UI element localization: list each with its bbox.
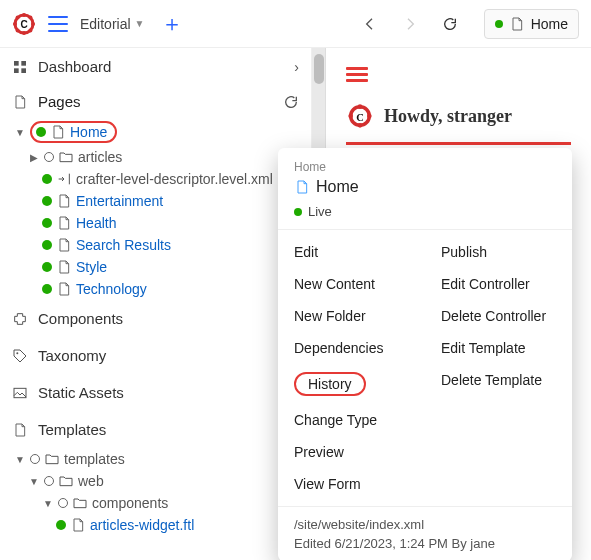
tree-node-label[interactable]: Style bbox=[76, 259, 107, 275]
ctx-dependencies[interactable]: Dependencies bbox=[278, 332, 425, 364]
collapse-icon[interactable]: ▼ bbox=[42, 498, 54, 509]
site-logo-icon: C bbox=[346, 102, 374, 130]
status-dot-icon bbox=[56, 520, 66, 530]
svg-rect-12 bbox=[14, 68, 19, 73]
tree-node-label: web bbox=[78, 473, 104, 489]
page-icon bbox=[509, 16, 525, 32]
pages-tree: ▼ Home ▶ articles crafter-level-descript… bbox=[0, 118, 311, 300]
ctx-delete-template[interactable]: Delete Template bbox=[425, 364, 572, 396]
tree-node-templates-root[interactable]: ▼ templates bbox=[0, 448, 311, 470]
page-icon bbox=[70, 517, 86, 533]
site-selector[interactable]: Editorial ▼ bbox=[80, 16, 145, 32]
create-button[interactable]: ＋ bbox=[157, 9, 187, 39]
svg-point-14 bbox=[16, 352, 18, 354]
svg-rect-11 bbox=[21, 61, 26, 66]
address-tab[interactable]: Home bbox=[484, 9, 579, 39]
page-icon bbox=[12, 94, 28, 110]
status-empty-icon bbox=[30, 454, 40, 464]
folder-icon bbox=[58, 473, 74, 489]
sidebar-item-taxonomy[interactable]: Taxonomy bbox=[0, 337, 311, 374]
preview-menu-icon[interactable] bbox=[346, 67, 571, 82]
collapse-icon[interactable]: ▼ bbox=[28, 476, 40, 487]
tree-node-label[interactable]: Search Results bbox=[76, 237, 171, 253]
svg-rect-10 bbox=[14, 61, 19, 66]
refresh-icon[interactable] bbox=[283, 94, 299, 110]
page-icon bbox=[56, 237, 72, 253]
collapse-icon[interactable]: ▼ bbox=[14, 127, 26, 138]
page-icon bbox=[56, 193, 72, 209]
tree-node-web[interactable]: ▼ web bbox=[0, 470, 311, 492]
tree-node-label: crafter-level-descriptor.level.xml bbox=[76, 171, 273, 187]
sidebar: Dashboard › Pages ▼ Home ▶ bbox=[0, 48, 312, 560]
status-empty-icon bbox=[44, 476, 54, 486]
chevron-right-icon: › bbox=[294, 59, 299, 75]
tree-node-home[interactable]: ▼ Home bbox=[0, 118, 311, 146]
ctx-view-form[interactable]: View Form bbox=[278, 468, 425, 500]
tree-node-technology[interactable]: Technology bbox=[0, 278, 311, 300]
tree-node-label: articles bbox=[78, 149, 122, 165]
tree-node-label[interactable]: Health bbox=[76, 215, 116, 231]
tree-node-level-descriptor[interactable]: crafter-level-descriptor.level.xml bbox=[0, 168, 311, 190]
page-icon bbox=[50, 124, 66, 140]
svg-text:C: C bbox=[356, 112, 364, 123]
nav-forward-button bbox=[396, 10, 424, 38]
status-dot-icon bbox=[42, 262, 52, 272]
ctx-edit[interactable]: Edit bbox=[278, 236, 425, 268]
tree-node-label: templates bbox=[64, 451, 125, 467]
sidebar-item-templates[interactable]: Templates bbox=[0, 411, 311, 448]
nav-reload-button[interactable] bbox=[436, 10, 464, 38]
tree-node-style[interactable]: Style bbox=[0, 256, 311, 278]
ctx-history[interactable]: History bbox=[278, 364, 425, 404]
tree-node-entertainment[interactable]: Entertainment bbox=[0, 190, 311, 212]
sidebar-item-components[interactable]: Components bbox=[0, 300, 311, 337]
ctx-delete-controller[interactable]: Delete Controller bbox=[425, 300, 572, 332]
folder-icon bbox=[58, 149, 74, 165]
sidebar-item-static-assets[interactable]: Static Assets bbox=[0, 374, 311, 411]
status-dot-icon bbox=[42, 196, 52, 206]
sidebar-section-pages[interactable]: Pages bbox=[0, 85, 311, 118]
svg-point-19 bbox=[348, 114, 353, 119]
ctx-publish[interactable]: Publish bbox=[425, 236, 572, 268]
tree-node-ftl-file[interactable]: articles-widget.ftl bbox=[0, 514, 311, 536]
svg-point-1 bbox=[22, 13, 26, 17]
folder-icon bbox=[44, 451, 60, 467]
ctx-new-folder[interactable]: New Folder bbox=[278, 300, 425, 332]
ctx-preview[interactable]: Preview bbox=[278, 436, 425, 468]
tree-node-label[interactable]: Entertainment bbox=[76, 193, 163, 209]
svg-point-20 bbox=[367, 114, 372, 119]
ctx-edit-template[interactable]: Edit Template bbox=[425, 332, 572, 364]
tag-icon bbox=[12, 348, 28, 364]
ctx-change-type[interactable]: Change Type bbox=[278, 404, 425, 436]
status-dot-icon bbox=[294, 208, 302, 216]
context-breadcrumb: Home bbox=[294, 160, 556, 174]
page-icon bbox=[56, 281, 72, 297]
tree-node-label: components bbox=[92, 495, 168, 511]
context-edited: Edited 6/21/2023, 1:24 PM By jane bbox=[294, 536, 556, 551]
tree-node-search-results[interactable]: Search Results bbox=[0, 234, 311, 256]
svg-point-18 bbox=[358, 123, 363, 128]
svg-point-4 bbox=[31, 22, 35, 26]
tree-node-articles[interactable]: ▶ articles bbox=[0, 146, 311, 168]
svg-point-7 bbox=[16, 28, 20, 32]
expand-icon[interactable]: ▶ bbox=[28, 152, 40, 163]
nav-back-button[interactable] bbox=[356, 10, 384, 38]
status-empty-icon bbox=[58, 498, 68, 508]
collapse-icon[interactable]: ▼ bbox=[14, 454, 26, 465]
ctx-new-content[interactable]: New Content bbox=[278, 268, 425, 300]
ctx-edit-controller[interactable]: Edit Controller bbox=[425, 268, 572, 300]
dashboard-icon bbox=[12, 59, 28, 75]
address-tab-label: Home bbox=[531, 16, 568, 32]
page-icon bbox=[56, 259, 72, 275]
greeting-text: Howdy, stranger bbox=[384, 106, 512, 127]
tree-node-label[interactable]: Technology bbox=[76, 281, 147, 297]
context-path: /site/website/index.xml bbox=[294, 517, 556, 532]
sidebar-item-dashboard[interactable]: Dashboard › bbox=[0, 48, 311, 85]
tree-node-label[interactable]: articles-widget.ftl bbox=[90, 517, 194, 533]
svg-rect-13 bbox=[21, 68, 26, 73]
svg-text:C: C bbox=[20, 19, 27, 30]
main-menu-toggle[interactable] bbox=[48, 16, 68, 32]
tree-node-web-components[interactable]: ▼ components bbox=[0, 492, 311, 514]
svg-rect-15 bbox=[14, 388, 26, 397]
tree-node-health[interactable]: Health bbox=[0, 212, 311, 234]
svg-point-6 bbox=[28, 15, 32, 19]
